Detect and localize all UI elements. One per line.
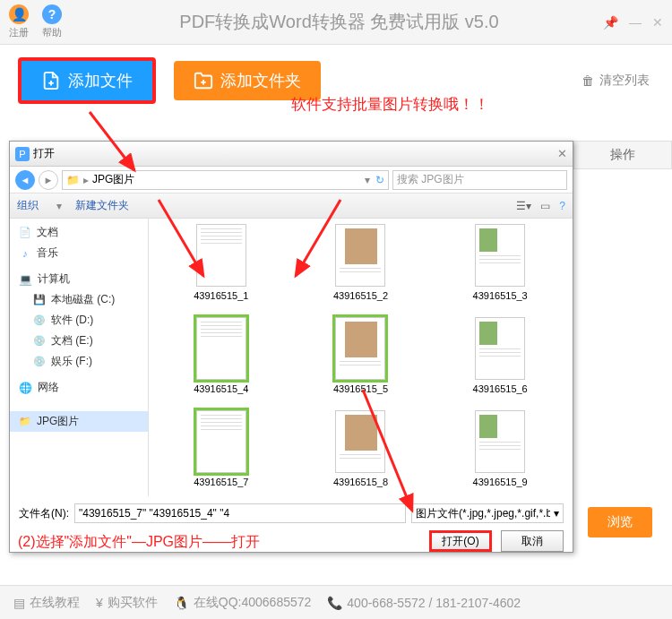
new-folder-button[interactable]: 新建文件夹 bbox=[75, 198, 129, 213]
file-filter-select[interactable]: 图片文件(*.jpg,*.jpeg,*.gif,*.bmp) ▾ bbox=[411, 503, 564, 523]
file-item[interactable]: 43916515_5 bbox=[294, 317, 428, 405]
file-label: 43916515_7 bbox=[194, 477, 248, 487]
thumbnail bbox=[475, 317, 525, 380]
thumbnail bbox=[196, 410, 246, 473]
path-bar[interactable]: 📁 ▸ JPG图片 ▾ ↻ bbox=[62, 170, 389, 190]
folder-icon: 📁 bbox=[19, 416, 31, 428]
thumbnail bbox=[475, 410, 525, 473]
clear-list-button[interactable]: 🗑 清空列表 bbox=[582, 73, 650, 89]
operate-header: 操作 bbox=[573, 141, 672, 169]
search-input[interactable]: 搜索 JPG图片 bbox=[392, 170, 567, 190]
close-icon[interactable]: ✕ bbox=[652, 15, 663, 30]
help-small-icon[interactable]: ? bbox=[559, 200, 565, 212]
file-grid: 43916515_143916515_243916515_343916515_4… bbox=[149, 219, 573, 496]
file-label: 43916515_9 bbox=[473, 477, 528, 487]
network-icon: 🌐 bbox=[19, 382, 32, 394]
sidebar-music[interactable]: ♪音乐 bbox=[10, 243, 148, 263]
nav-back-button[interactable]: ◄ bbox=[15, 170, 35, 190]
dialog-titlebar: P 打开 ✕ bbox=[10, 142, 573, 167]
view-icon[interactable]: ☰▾ bbox=[516, 200, 531, 212]
bottom-bar: ▤在线教程 ¥购买软件 🐧在线QQ:4006685572 📞400-668-55… bbox=[0, 585, 672, 619]
file-label: 43916515_6 bbox=[473, 383, 528, 394]
file-label: 43916515_5 bbox=[333, 383, 388, 394]
thumbnail bbox=[196, 317, 246, 380]
drive-icon: 💿 bbox=[33, 314, 46, 327]
sidebar-drive-c[interactable]: 💾本地磁盘 (C:) bbox=[10, 289, 148, 310]
nav-forward-button[interactable]: ► bbox=[39, 170, 58, 190]
minimize-icon[interactable]: — bbox=[629, 15, 642, 30]
file-item[interactable]: 43916515_1 bbox=[154, 224, 289, 312]
filename-label: 文件名(N): bbox=[19, 506, 69, 521]
buy-link[interactable]: ¥购买软件 bbox=[96, 595, 158, 611]
folder-icon: 📁 bbox=[66, 174, 80, 186]
thumbnail bbox=[335, 224, 385, 287]
browse-button[interactable]: 浏览 bbox=[588, 507, 652, 537]
thumbnail bbox=[475, 224, 525, 287]
file-label: 43916515_2 bbox=[333, 290, 388, 301]
chevron-right-icon: ▸ bbox=[83, 174, 89, 186]
thumbnail bbox=[335, 317, 385, 380]
sidebar-drive-f[interactable]: 💿娱乐 (F:) bbox=[10, 351, 148, 372]
sidebar-jpg-folder[interactable]: 📁JPG图片 bbox=[10, 411, 148, 432]
annotation-instruction: (2)选择"添加文件"—JPG图片——打开 bbox=[18, 533, 260, 552]
help-button[interactable]: ? 帮助 bbox=[42, 4, 62, 39]
file-label: 43916515_3 bbox=[473, 290, 528, 301]
file-item[interactable]: 43916515_8 bbox=[294, 410, 428, 496]
cancel-button[interactable]: 取消 bbox=[501, 530, 564, 552]
filename-input[interactable] bbox=[74, 503, 406, 523]
drive-icon: 💾 bbox=[33, 294, 46, 306]
file-label: 43916515_8 bbox=[333, 477, 388, 487]
doc-icon: 📄 bbox=[19, 227, 31, 239]
preview-icon[interactable]: ▭ bbox=[540, 200, 550, 212]
sidebar-drive-d[interactable]: 💿软件 (D:) bbox=[10, 310, 148, 331]
dialog-toolbar: 组织 ▾ 新建文件夹 ☰▾ ▭ ? bbox=[10, 193, 573, 219]
file-open-dialog: P 打开 ✕ ◄ ► 📁 ▸ JPG图片 ▾ ↻ 搜索 JPG图片 组织 ▾ 新… bbox=[9, 141, 573, 553]
dialog-sidebar: 📄文档 ♪音乐 💻计算机 💾本地磁盘 (C:) 💿软件 (D:) 💿文档 (E:… bbox=[10, 219, 149, 496]
file-item[interactable]: 43916515_7 bbox=[154, 410, 289, 496]
add-file-button[interactable]: 添加文件 bbox=[18, 57, 156, 104]
app-titlebar: 👤 注册 ? 帮助 PDF转换成Word转换器 免费试用版 v5.0 📌 — ✕ bbox=[0, 0, 672, 45]
phone-link[interactable]: 📞400-668-5572 / 181-2107-4602 bbox=[327, 596, 521, 610]
file-item[interactable]: 43916515_4 bbox=[154, 317, 289, 405]
dialog-nav: ◄ ► 📁 ▸ JPG图片 ▾ ↻ 搜索 JPG图片 bbox=[10, 167, 573, 193]
thumbnail bbox=[196, 224, 246, 287]
qq-icon: 🐧 bbox=[174, 596, 189, 610]
tutorial-link[interactable]: ▤在线教程 bbox=[13, 595, 80, 611]
music-icon: ♪ bbox=[19, 247, 31, 260]
register-button[interactable]: 👤 注册 bbox=[9, 4, 29, 39]
file-label: 43916515_1 bbox=[194, 290, 248, 301]
drive-icon: 💿 bbox=[33, 356, 46, 368]
app-small-icon: P bbox=[15, 147, 30, 161]
drive-icon: 💿 bbox=[33, 335, 46, 348]
computer-icon: 💻 bbox=[19, 273, 32, 286]
sidebar-computer[interactable]: 💻计算机 bbox=[10, 269, 148, 289]
chevron-down-icon: ▾ bbox=[554, 507, 559, 520]
sidebar-network[interactable]: 🌐网络 bbox=[10, 377, 148, 398]
sidebar-docs[interactable]: 📄文档 bbox=[10, 222, 148, 243]
file-item[interactable]: 43916515_2 bbox=[294, 224, 428, 312]
phone-icon: 📞 bbox=[327, 596, 342, 610]
sidebar-drive-e[interactable]: 💿文档 (E:) bbox=[10, 331, 148, 351]
qq-link[interactable]: 🐧在线QQ:4006685572 bbox=[174, 595, 312, 611]
help-icon: ? bbox=[42, 4, 62, 24]
dialog-close-icon[interactable]: ✕ bbox=[557, 147, 567, 160]
chevron-down-icon[interactable]: ▾ bbox=[365, 174, 370, 186]
annotation-note: 软件支持批量图片转换哦！！ bbox=[291, 94, 489, 115]
right-panel: 操作 bbox=[573, 141, 672, 169]
yen-icon: ¥ bbox=[96, 596, 103, 610]
file-item[interactable]: 43916515_9 bbox=[433, 410, 567, 496]
open-button[interactable]: 打开(O) bbox=[429, 530, 492, 552]
file-item[interactable]: 43916515_6 bbox=[433, 317, 567, 405]
folder-plus-icon bbox=[194, 71, 213, 90]
user-icon: 👤 bbox=[9, 4, 29, 24]
action-row: 添加文件 添加文件夹 🗑 清空列表 软件支持批量图片转换哦！！ bbox=[0, 45, 672, 116]
refresh-icon[interactable]: ↻ bbox=[375, 174, 384, 186]
thumbnail bbox=[335, 410, 385, 473]
book-icon: ▤ bbox=[13, 596, 25, 610]
organize-menu[interactable]: 组织 bbox=[17, 198, 39, 213]
pin-icon[interactable]: 📌 bbox=[603, 15, 618, 30]
file-item[interactable]: 43916515_3 bbox=[433, 224, 567, 312]
trash-icon: 🗑 bbox=[582, 73, 594, 88]
file-label: 43916515_4 bbox=[194, 383, 248, 394]
dialog-title: 打开 bbox=[33, 146, 557, 161]
